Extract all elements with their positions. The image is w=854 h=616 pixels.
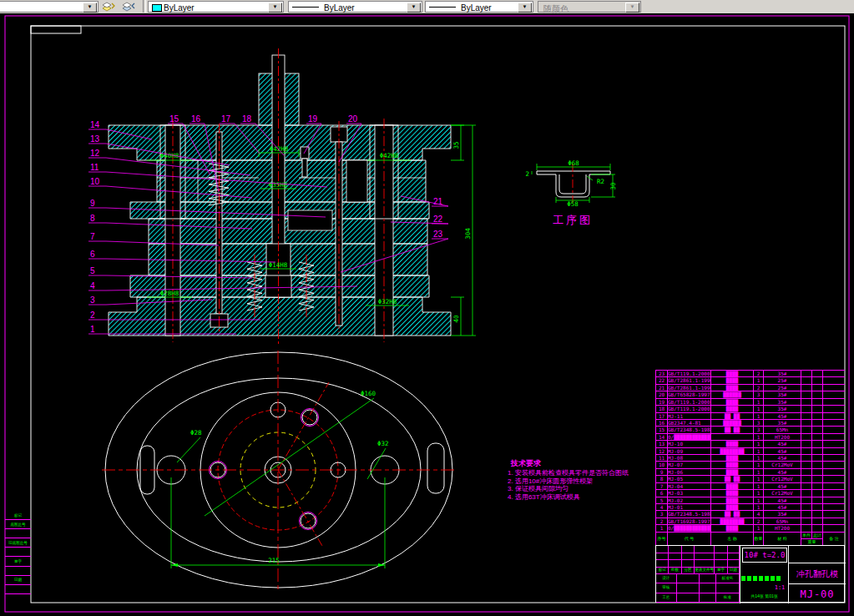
bom-row: 8MJ-05██ ██1Cr12MoV — [656, 476, 845, 482]
tech-note-item: 2. 选用10#冲床圆形弹性模架 — [508, 477, 654, 486]
bom-table: 23GB/T119.1-2000████235#22GB/T2861.1-199… — [655, 370, 845, 533]
drawing-number: MJ-00 — [789, 583, 846, 604]
part-callout: 20 — [348, 114, 358, 124]
part-callout: 22 — [433, 215, 443, 224]
bom-row: 20GB/T65828-1997██████335# — [656, 391, 845, 398]
company-cell — [789, 546, 846, 563]
title-block: 标记处数分区更改文件号签字日期 设计标准化审核工艺批准 10# t=2.0 1:… — [655, 545, 845, 603]
tech-note-item: 3. 保证模具间隙均匀 — [508, 485, 654, 493]
bom-row: 19GB/T119.1-2000████135# — [656, 399, 845, 406]
stage-mark — [741, 576, 745, 581]
part-callout: 7 — [90, 232, 95, 241]
dim-label: Φ28 — [190, 429, 202, 437]
bom-header-cell: 数量 — [754, 532, 764, 545]
dim-label: 2 — [525, 170, 529, 178]
part-callout: 1 — [90, 325, 95, 334]
bom-row: 5MJ-02████145# — [656, 497, 845, 504]
margin-strip-row: 底图总号 — [5, 520, 31, 529]
bom-row: 6MJ-03████1Cr12MoV — [656, 490, 845, 497]
bom-row: 140/█████████████1HT200 — [656, 434, 845, 441]
material-spec: 10# t=2.0 — [742, 548, 787, 563]
dim-label: Φ32H8 — [378, 298, 397, 305]
bom-header-cell: 名 称 — [711, 532, 754, 545]
margin-strip-row: 旧底图总号 — [5, 538, 31, 548]
dim-label: Φ14H8 — [269, 261, 288, 269]
margin-strip-row — [5, 567, 31, 576]
bom-row: 9MJ-06████145# — [656, 469, 845, 476]
part-callout: 5 — [90, 266, 95, 275]
margin-strip-row: 日期 — [5, 576, 31, 585]
part-callout: 18 — [242, 114, 252, 124]
dim-label: 215 — [268, 557, 280, 564]
dim-label: Φ32 — [377, 440, 389, 447]
dim-label: Φ58 — [567, 200, 579, 208]
part-callout: 17 — [221, 114, 231, 124]
tech-note-item: 4. 选用63T冲床调试模具 — [508, 493, 654, 502]
technical-notes: 技术要求 1. 安装模具前检查模具零件是否符合图纸2. 选用10#冲床圆形弹性模… — [508, 458, 654, 501]
dim-label: Φ42H8 — [380, 152, 399, 159]
part-callout: 23 — [433, 230, 443, 239]
margin-strip-row — [5, 585, 31, 594]
margin-strip-row — [5, 548, 31, 557]
part-callout: 8 — [90, 214, 95, 223]
bom-row: 4MJ-01████145# — [656, 504, 845, 511]
part-callout: 2 — [90, 311, 95, 320]
zone-box — [31, 26, 81, 33]
part-callout: 9 — [90, 199, 95, 208]
bom-row: 3GB/T2348.5-1988██ ██435# — [656, 511, 845, 518]
part-callout: 3 — [90, 295, 95, 305]
dim-label: R2 — [597, 178, 604, 185]
bom-row: 10MJ-07████1Cr12MoV — [656, 462, 845, 468]
bom-header-cell: 材 料 — [764, 532, 801, 545]
part-callout: 16 — [191, 114, 201, 124]
name-zone: 冲孔翻孔模 MJ-00 — [788, 546, 845, 603]
part-callout: 10 — [90, 177, 100, 186]
part-name: 冲孔翻孔模 — [789, 563, 846, 584]
part-callout: 15 — [169, 114, 179, 124]
dim-label: 304 — [464, 228, 472, 240]
dim-label: Φ160 — [361, 390, 376, 397]
part-callout: 13 — [90, 134, 100, 144]
dim-label: Φ68 — [568, 159, 579, 167]
dim-label: Φ28H8 — [160, 290, 179, 297]
part-callout: 12 — [90, 149, 100, 158]
bom-row: 17MJ-11██ ██145# — [656, 413, 845, 420]
bom-row: 13MJ-10████145# — [656, 441, 845, 447]
scale-value: 1:1 — [772, 584, 787, 593]
margin-strip-row: 签字 — [5, 557, 31, 566]
bom-header-cell: 序号 — [656, 532, 668, 545]
bom-header-cell: 代 号 — [668, 532, 711, 545]
bom-row: 18GB/T119.1-2000████135# — [656, 406, 845, 412]
bom-row: 15GB/T2348.5-1988██ ██365Mn — [656, 427, 845, 433]
margin-strip-row: 标记 — [5, 511, 31, 520]
bom-row: 23GB/T119.1-2000████235# — [656, 371, 845, 377]
part-callout: 19 — [308, 114, 318, 124]
stage-mark — [747, 576, 751, 581]
stage-mark — [776, 576, 781, 581]
stage-mark — [771, 576, 775, 581]
bom-row: 11MJ-08████145# — [656, 455, 845, 462]
tech-note-item: 1. 安装模具前检查模具零件是否符合图纸 — [508, 469, 654, 477]
margin-strip-row — [5, 529, 31, 538]
revision-grid: 标记处数分区更改文件号签字日期 — [656, 546, 740, 574]
bom-row: 21GB/T2861.1-1990████225# — [656, 385, 845, 391]
part-callout: 6 — [90, 250, 95, 259]
dim-label: 30 — [609, 182, 617, 190]
spec-zone: 10# t=2.0 1:1 共14张 第01张 — [740, 546, 788, 603]
dim-label: 40 — [452, 315, 460, 323]
signature-grid: 设计标准化审核工艺批准 — [656, 574, 740, 603]
dim-label: Φ42H8 — [270, 145, 289, 153]
stage-mark — [759, 576, 763, 581]
bom-row: 7MJ-04████145# — [656, 483, 845, 490]
bom-row: 12MJ-09████████145# — [656, 448, 845, 455]
dim-label: 35 — [452, 141, 460, 149]
margin-strip: 标记底图总号旧底图总号签字日期 — [5, 511, 31, 594]
stage-mark — [753, 576, 757, 581]
bom-row: 2GB/T16928-1997████████265Mn — [656, 518, 845, 525]
stage-mark — [765, 576, 769, 581]
part-callout: 11 — [90, 163, 99, 172]
tech-notes-title: 技术要求 — [511, 458, 654, 469]
process-view-title: 工序图 — [553, 214, 593, 226]
part-callout: 14 — [90, 120, 100, 129]
part-callout: 4 — [90, 281, 95, 290]
